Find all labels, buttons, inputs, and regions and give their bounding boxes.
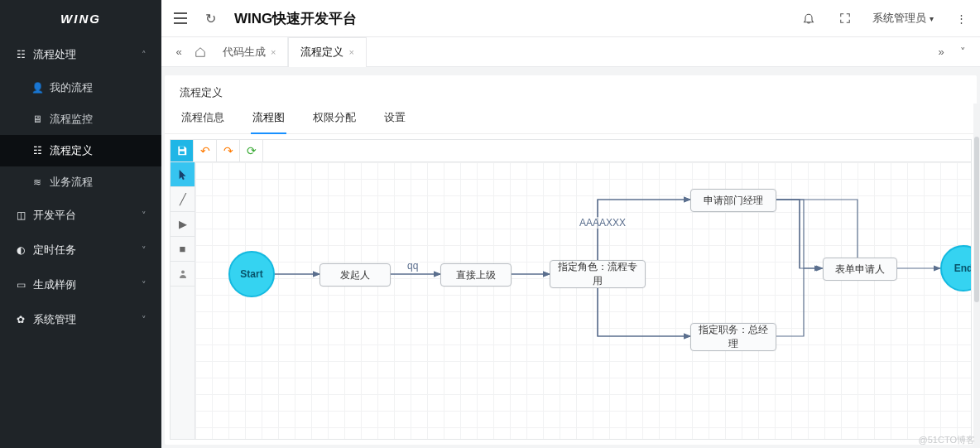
flow-node-position[interactable]: 指定职务：总经理 [690, 323, 776, 351]
panel-tab-permissions[interactable]: 权限分配 [311, 110, 358, 133]
close-icon[interactable]: × [271, 47, 276, 57]
chevron-up-icon: ˄ [142, 50, 147, 60]
edges-layer [195, 162, 971, 439]
tabs-prev-button[interactable]: « [168, 37, 190, 66]
page-title: WING快速开发平台 [234, 9, 357, 28]
palette-user-tool[interactable] [171, 262, 195, 287]
sidebar-group-label: 流程处理 [33, 47, 76, 62]
tabs-dropdown-button[interactable]: ˅ [952, 37, 973, 66]
sidebar-group-dev[interactable]: ◫ 开发平台 ˅ [0, 198, 161, 233]
sidebar-group-label: 系统管理 [33, 312, 76, 327]
main: ↻ WING快速开发平台 系统管理员 ▾ ⋮ « [161, 0, 980, 448]
sidebar-group-scheduler[interactable]: ◐ 定时任务 ˅ [0, 233, 161, 267]
sidebar-item-my-workflow[interactable]: 👤 我的流程 [0, 72, 161, 104]
chevron-down-icon: ˅ [142, 315, 147, 325]
shape-palette: ╱ ▶ ■ [171, 162, 195, 439]
redo-button[interactable]: ↷ [217, 140, 240, 161]
sidebar-item-monitor[interactable]: 🖥 流程监控 [0, 104, 161, 135]
clock-icon: ◐ [15, 244, 26, 256]
node-label: End [954, 263, 971, 274]
node-label: 指定角色：流程专用 [555, 260, 640, 288]
panel-tab-diagram[interactable]: 流程图 [251, 110, 286, 133]
tabs-next-button[interactable]: » [930, 37, 952, 66]
node-label: 指定职务：总经理 [696, 323, 771, 351]
sidebar-item-label: 我的流程 [50, 80, 93, 95]
sidebar-group-samples[interactable]: ▭ 生成样例 ˅ [0, 267, 161, 302]
layers-icon: ≋ [31, 176, 43, 188]
edge-label-aaa: AAAAXXX [578, 217, 627, 229]
home-tab[interactable] [190, 37, 211, 66]
palette-play-tool[interactable]: ▶ [171, 212, 195, 237]
chevron-down-icon: ˅ [142, 280, 147, 291]
bell-icon[interactable] [800, 9, 818, 27]
palette-line-tool[interactable]: ╱ [171, 187, 195, 212]
sidebar-group-label: 开发平台 [33, 208, 76, 223]
cube-icon: ◫ [15, 210, 26, 221]
panel: 流程定义 流程信息 流程图 权限分配 设置 ↶ ↷ ⟳ [165, 75, 977, 445]
user-name: 系统管理员 [872, 11, 926, 26]
watermark: @51CTO博客 [919, 434, 975, 446]
sidebar-group-workflow[interactable]: ☷ 流程处理 ˄ [0, 37, 161, 72]
panel-tab-settings[interactable]: 设置 [382, 110, 407, 133]
save-button[interactable] [171, 140, 194, 161]
flow-node-initiator[interactable]: 发起人 [319, 263, 391, 287]
sidebar-item-definition[interactable]: ☷ 流程定义 [0, 135, 161, 166]
chevron-down-icon: ▾ [930, 14, 934, 23]
svg-rect-0 [180, 147, 184, 150]
sidebar-group-label: 生成样例 [33, 277, 76, 292]
flow-node-start[interactable]: Start [228, 251, 275, 297]
sidebar-item-label: 业务流程 [50, 175, 93, 190]
more-icon[interactable]: ⋮ [952, 9, 970, 27]
menu-toggle-button[interactable] [171, 9, 190, 27]
flow-canvas[interactable]: Start 发起人 直接上级 指定角色：流程专用 申请部门经理 指定职务：总经理… [195, 162, 971, 439]
window-tabs: « 代码生成 × 流程定义 × » ˅ [161, 37, 980, 67]
reload-button[interactable]: ↻ [201, 9, 219, 27]
sitemap-icon: ☷ [31, 145, 43, 157]
content-area: 流程定义 流程信息 流程图 权限分配 设置 ↶ ↷ ⟳ [161, 67, 980, 448]
designer-toolbar: ↶ ↷ ⟳ [170, 139, 972, 162]
svg-rect-1 [180, 152, 185, 155]
edge-label-qq: qq [406, 260, 420, 272]
node-label: 发起人 [340, 268, 370, 282]
flow-node-dept-manager[interactable]: 申请部门经理 [690, 189, 776, 212]
flow-node-role[interactable]: 指定角色：流程专用 [550, 260, 646, 288]
panel-title: 流程定义 [165, 75, 977, 102]
chevron-down-icon: ˅ [142, 210, 147, 221]
template-icon: ▭ [15, 279, 26, 291]
flow-node-supervisor[interactable]: 直接上级 [440, 263, 512, 287]
brand-logo: WING [0, 0, 161, 37]
sidebar-item-label: 流程监控 [50, 112, 93, 127]
sidebar-menu: ☷ 流程处理 ˄ 👤 我的流程 🖥 流程监控 ☷ 流程定义 ≋ [0, 37, 161, 448]
close-icon[interactable]: × [348, 47, 353, 57]
chevron-down-icon: ˅ [142, 245, 147, 256]
gear-icon: ✿ [15, 314, 26, 325]
fullscreen-icon[interactable] [836, 9, 854, 27]
designer-canvas-wrap: ╱ ▶ ■ [170, 162, 972, 440]
tab-codegen[interactable]: 代码生成 × [211, 37, 288, 66]
user-menu[interactable]: 系统管理员 ▾ [872, 11, 934, 26]
tab-label: 流程定义 [300, 45, 343, 60]
flow-node-end[interactable]: End [940, 245, 971, 291]
sidebar: WING ☷ 流程处理 ˄ 👤 我的流程 🖥 流程监控 ☷ 流程定义 [0, 0, 161, 448]
vertical-scrollbar[interactable] [973, 104, 980, 448]
sidebar-group-label: 定时任务 [33, 243, 76, 258]
undo-button[interactable]: ↶ [194, 140, 217, 161]
node-label: 表单申请人 [835, 263, 885, 277]
scrollbar-thumb[interactable] [974, 137, 979, 302]
edges-layer-2 [195, 162, 971, 439]
node-label: Start [240, 268, 262, 280]
refresh-button[interactable]: ⟳ [240, 140, 263, 161]
palette-select-tool[interactable] [171, 162, 195, 187]
flow-node-form-applicant[interactable]: 表单申请人 [823, 258, 897, 281]
sidebar-item-label: 流程定义 [50, 143, 93, 158]
sidebar-group-system[interactable]: ✿ 系统管理 ˅ [0, 302, 161, 337]
node-label: 申请部门经理 [704, 194, 763, 208]
panel-tab-info[interactable]: 流程信息 [180, 110, 226, 133]
panel-tabs: 流程信息 流程图 权限分配 设置 [165, 102, 977, 134]
user-icon: 👤 [31, 82, 43, 94]
node-label: 直接上级 [456, 268, 496, 282]
sidebar-item-business[interactable]: ≋ 业务流程 [0, 166, 161, 198]
tab-flow-definition[interactable]: 流程定义 × [288, 37, 366, 66]
palette-rect-tool[interactable]: ■ [171, 237, 195, 262]
svg-point-2 [181, 270, 185, 273]
